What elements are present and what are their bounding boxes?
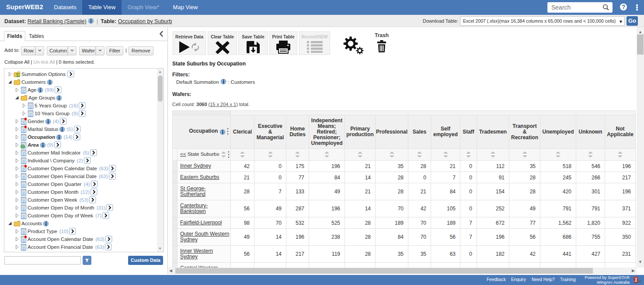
svg-text:✱: ✱: [24, 165, 27, 168]
svg-text:✱: ✱: [24, 117, 27, 121]
svg-text:Σ: Σ: [16, 72, 20, 78]
svg-text:1: 1: [635, 277, 637, 282]
svg-text:ST: ST: [638, 280, 642, 283]
svg-text:✱: ✱: [24, 235, 27, 239]
svg-text:✱: ✱: [24, 125, 27, 129]
